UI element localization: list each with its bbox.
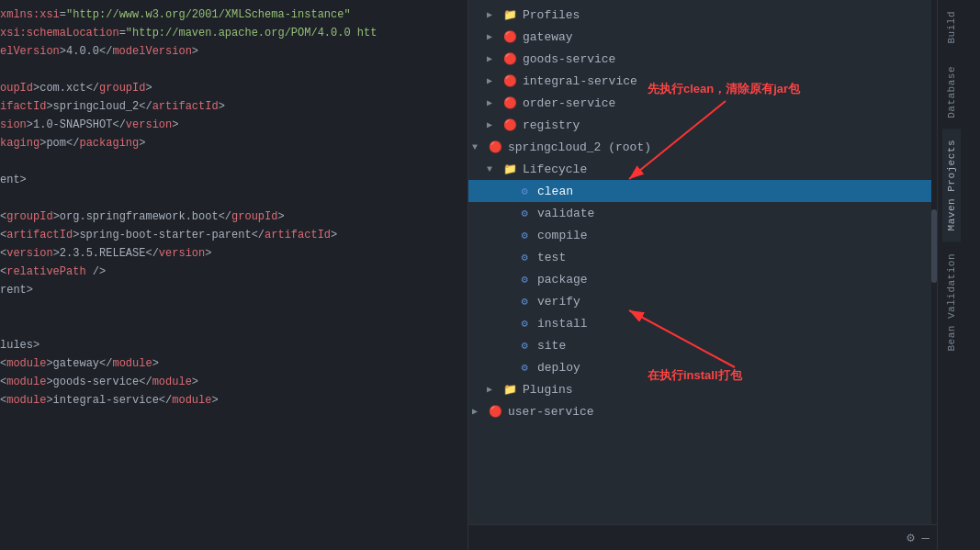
tree-item-compile[interactable]: ⚙ compile (468, 224, 937, 246)
tab-database[interactable]: Database (942, 55, 961, 129)
gear-icon: ⚙ (516, 249, 533, 265)
code-line (0, 61, 467, 79)
tree-item-integral-service[interactable]: ▶ 🔴 integral-service (468, 70, 937, 92)
arrow-icon: ▶ (487, 31, 501, 42)
item-label: validate (537, 207, 594, 220)
gear-icon: ⚙ (516, 315, 533, 331)
folder-icon: 📁 (501, 381, 518, 398)
gear-icon: ⚙ (516, 271, 533, 287)
code-line: ifactId>springcloud_2</artifactId> (0, 97, 467, 116)
tree-item-clean[interactable]: ⚙ clean (468, 180, 937, 202)
settings-icon[interactable]: ⚙ (907, 530, 914, 545)
arrow-icon: ▼ (487, 164, 501, 174)
code-line: ent> (0, 171, 467, 189)
arrow-icon: ▶ (487, 119, 501, 130)
code-content: xmlns:xsi="http://www.w3.org/2001/XMLSch… (0, 0, 467, 415)
arrow-icon: ▶ (487, 384, 501, 395)
arrow-icon: ▶ (487, 75, 501, 86)
gear-icon: ⚙ (516, 293, 533, 309)
item-label: order-service (523, 96, 615, 110)
code-panel: xmlns:xsi="http://www.w3.org/2001/XMLSch… (0, 0, 468, 550)
item-label: registry (523, 118, 580, 132)
arrow-icon: ▶ (487, 9, 501, 20)
code-line (0, 152, 467, 171)
arrow-icon: ▶ (472, 406, 487, 417)
scrollbar-thumb[interactable] (931, 209, 937, 283)
tree-item-user-service[interactable]: ▶ 🔴 user-service (468, 400, 937, 422)
maven-panel: ▶ 📁 Profiles ▶ 🔴 gateway ▶ 🔴 goods-servi… (468, 0, 937, 550)
tree-item-lifecycle[interactable]: ▼ 📁 Lifecycle (468, 158, 937, 180)
code-line: lules> (0, 336, 467, 354)
code-line: xsi:schemaLocation="http://maven.apache.… (0, 24, 467, 42)
gear-icon: ⚙ (516, 337, 533, 354)
item-label: user-service (508, 405, 594, 419)
item-label: Lifecycle (523, 163, 587, 176)
code-line (0, 318, 467, 336)
item-label: deploy (537, 361, 580, 375)
item-label: goods-service (523, 52, 615, 66)
gear-icon: ⚙ (516, 205, 533, 221)
tree-item-test[interactable]: ⚙ test (468, 246, 937, 268)
code-line: oupId>com.xct</groupId> (0, 79, 467, 97)
tree-item-springcloud2[interactable]: ▼ 🔴 springcloud_2 (root) (468, 136, 937, 158)
tree-item-install[interactable]: ⚙ install (468, 312, 937, 334)
maven-tree: ▶ 📁 Profiles ▶ 🔴 gateway ▶ 🔴 goods-servi… (468, 0, 937, 550)
tree-item-goods-service[interactable]: ▶ 🔴 goods-service (468, 48, 937, 70)
tree-item-verify[interactable]: ⚙ verify (468, 290, 937, 312)
item-label: springcloud_2 (root) (508, 140, 651, 154)
folder-icon: 📁 (501, 161, 518, 177)
maven-icon: 🔴 (501, 51, 518, 67)
tree-item-site[interactable]: ⚙ site (468, 334, 937, 356)
tree-item-validate[interactable]: ⚙ validate (468, 202, 937, 224)
tree-item-package[interactable]: ⚙ package (468, 268, 937, 290)
tree-item-registry[interactable]: ▶ 🔴 registry (468, 114, 937, 136)
code-line (0, 189, 467, 208)
maven-icon: 🔴 (501, 28, 518, 45)
tree-item-profiles[interactable]: ▶ 📁 Profiles (468, 4, 937, 26)
item-label: clean (537, 185, 573, 198)
code-line: <groupId>org.springframework.boot</group… (0, 208, 467, 226)
arrow-icon: ▶ (487, 97, 501, 108)
code-line: <relativePath /> (0, 263, 467, 281)
tree-item-plugins[interactable]: ▶ 📁 Plugins (468, 378, 937, 400)
code-line: kaging>pom</packaging> (0, 134, 467, 152)
code-line (0, 299, 467, 318)
arrow-icon: ▶ (487, 53, 501, 64)
arrow-icon: ▼ (472, 142, 487, 152)
item-label: verify (537, 295, 580, 309)
tab-bean-validation[interactable]: Bean Validation (942, 242, 961, 363)
item-label: package (537, 273, 588, 286)
tree-item-order-service[interactable]: ▶ 🔴 order-service (468, 92, 937, 114)
item-label: test (537, 251, 566, 264)
maven-icon: 🔴 (487, 403, 503, 420)
code-line: sion>1.0-SNAPSHOT</version> (0, 116, 467, 134)
code-line: rent> (0, 281, 467, 299)
item-label: compile (537, 229, 588, 242)
tree-item-deploy[interactable]: ⚙ deploy (468, 356, 937, 378)
tree-item-gateway[interactable]: ▶ 🔴 gateway (468, 26, 937, 48)
item-label: Plugins (523, 383, 573, 397)
bottom-bar: ⚙ — (468, 524, 937, 550)
maven-icon: 🔴 (501, 73, 518, 89)
code-line: <module>integral-service</module> (0, 391, 467, 410)
gear-icon: ⚙ (516, 359, 533, 376)
item-label: gateway (523, 30, 573, 44)
gear-icon: ⚙ (516, 183, 533, 199)
minus-icon[interactable]: — (922, 531, 929, 545)
item-label: Profiles (523, 8, 580, 22)
maven-icon: 🔴 (501, 117, 518, 133)
sidebar-tabs: Build Database Maven Projects Bean Valid… (937, 0, 964, 550)
tab-build[interactable]: Build (942, 0, 961, 55)
code-line: elVersion>4.0.0</modelVersion> (0, 42, 467, 61)
item-label: install (537, 317, 588, 331)
maven-icon: 🔴 (487, 139, 503, 155)
maven-icon: 🔴 (501, 95, 518, 111)
code-line: <artifactId>spring-boot-starter-parent</… (0, 226, 467, 244)
code-line: <module>goods-service</module> (0, 373, 467, 391)
tab-maven[interactable]: Maven Projects (942, 129, 961, 241)
code-line: <module>gateway</module> (0, 354, 467, 373)
item-label: site (537, 339, 566, 353)
item-label: integral-service (523, 74, 637, 88)
scrollbar-track (931, 0, 937, 524)
code-line: <version>2.3.5.RELEASE</version> (0, 244, 467, 263)
